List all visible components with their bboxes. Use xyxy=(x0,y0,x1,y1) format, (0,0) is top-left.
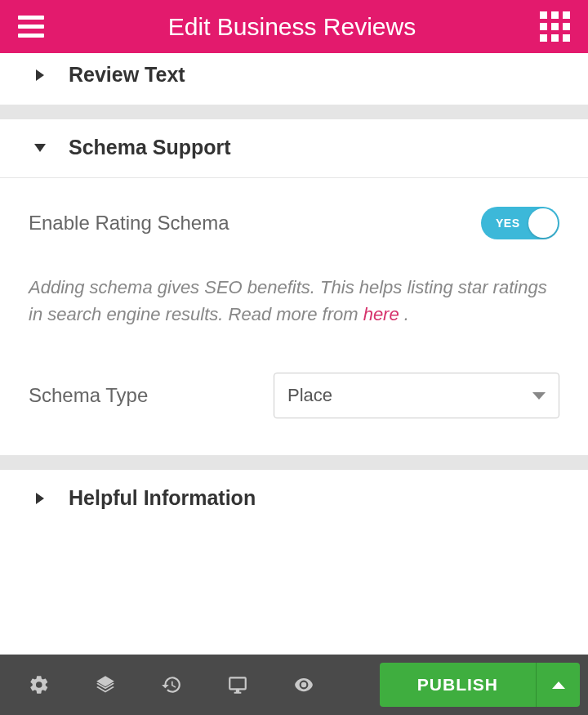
schema-description-text-b: . xyxy=(399,304,409,324)
publish-button[interactable]: PUBLISH xyxy=(380,663,536,707)
preview-icon[interactable] xyxy=(279,655,328,715)
settings-icon[interactable] xyxy=(15,655,64,715)
editor-header: Edit Business Reviews xyxy=(0,0,588,53)
toggle-knob xyxy=(528,208,558,238)
enable-rating-schema-toggle[interactable]: YES xyxy=(481,207,559,239)
toggle-label: YES xyxy=(496,217,520,230)
schema-description: Adding schema gives SEO benefits. This h… xyxy=(29,274,559,328)
responsive-icon[interactable] xyxy=(213,655,262,715)
section-helpful-information[interactable]: Helpful Information xyxy=(0,470,588,528)
chevron-down-icon xyxy=(532,392,546,400)
publish-group: PUBLISH xyxy=(380,663,580,707)
footer-toolbar xyxy=(0,655,343,715)
enable-rating-schema-label: Enable Rating Schema xyxy=(29,212,229,235)
editor-content: Review Text Schema Support Enable Rating… xyxy=(0,53,588,655)
section-title-helpful-information: Helpful Information xyxy=(69,486,256,510)
enable-rating-schema-row: Enable Rating Schema YES xyxy=(29,207,559,239)
chevron-down-icon xyxy=(34,144,46,152)
section-schema-support[interactable]: Schema Support xyxy=(0,119,588,177)
history-icon[interactable] xyxy=(147,655,196,715)
schema-description-text-a: Adding schema gives SEO benefits. This h… xyxy=(29,277,547,324)
section-review-text[interactable]: Review Text xyxy=(0,53,588,105)
chevron-up-icon xyxy=(552,681,565,689)
chevron-right-icon xyxy=(36,69,44,81)
apps-grid-icon[interactable] xyxy=(540,11,570,42)
section-title-review-text: Review Text xyxy=(69,63,185,87)
section-gap xyxy=(0,105,588,119)
schema-type-row: Schema Type Place xyxy=(29,373,559,418)
layers-icon[interactable] xyxy=(81,655,130,715)
publish-options-button[interactable] xyxy=(536,663,580,707)
schema-support-panel: Enable Rating Schema YES Adding schema g… xyxy=(0,178,588,455)
section-title-schema-support: Schema Support xyxy=(69,136,231,159)
schema-readmore-link[interactable]: here xyxy=(363,304,399,324)
header-title: Edit Business Reviews xyxy=(168,13,416,41)
editor-footer: PUBLISH xyxy=(0,655,588,715)
schema-type-label: Schema Type xyxy=(29,384,148,407)
chevron-right-icon xyxy=(36,493,44,504)
schema-type-value: Place xyxy=(287,385,332,406)
menu-icon[interactable] xyxy=(18,16,44,38)
schema-type-select[interactable]: Place xyxy=(274,373,559,418)
section-gap xyxy=(0,455,588,470)
